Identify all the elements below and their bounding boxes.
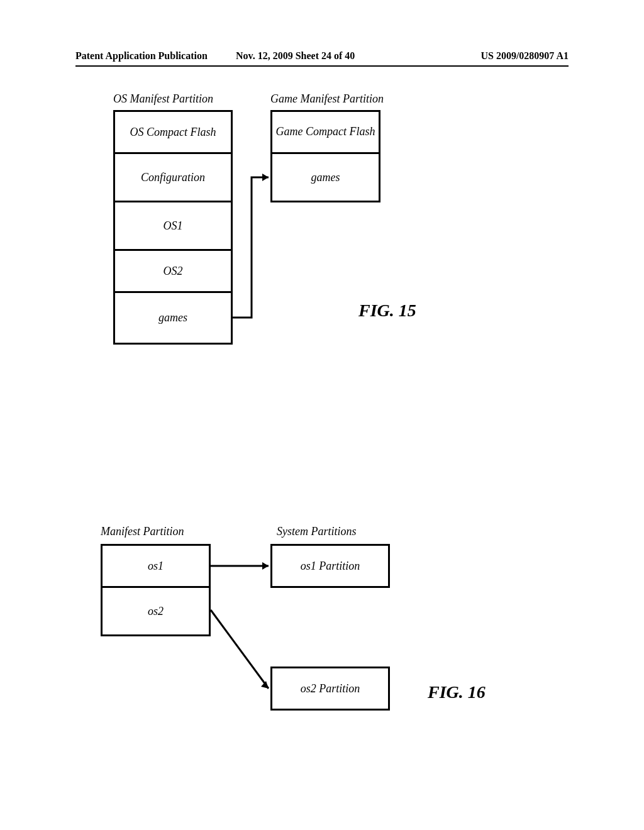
svg-line-1 (211, 610, 269, 689)
fig16-arrow-os2 (0, 0, 644, 830)
fig16-label: FIG. 16 (428, 682, 486, 702)
